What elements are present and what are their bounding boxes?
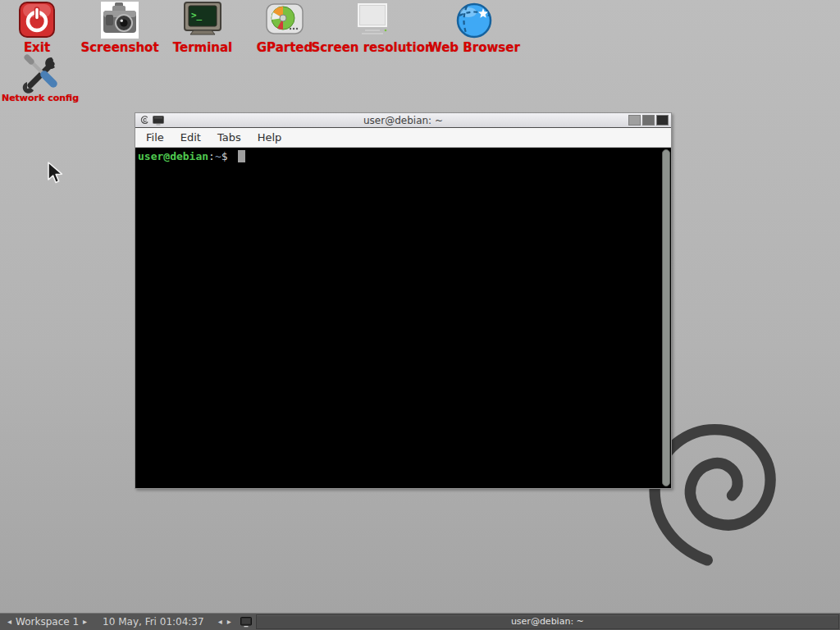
crt-terminal-icon: >_ [183, 2, 222, 39]
maximize-button[interactable] [642, 115, 655, 126]
minimize-button[interactable] [628, 115, 641, 126]
desktop-icon-screen-resolution[interactable]: Screen resolution [316, 2, 429, 55]
task-next-arrow[interactable]: ▸ [225, 614, 234, 630]
text-cursor [238, 150, 245, 162]
shell-prompt: user@debian:~$ [135, 148, 671, 162]
terminal-glyph: >_ [191, 10, 203, 21]
workspace-prev-arrow[interactable]: ◂ [5, 614, 14, 630]
terminal-app-icon [153, 116, 164, 126]
close-button[interactable] [656, 115, 669, 126]
terminal-scrollbar[interactable] [662, 149, 670, 486]
scrollbar-thumb[interactable] [662, 149, 670, 486]
taskbar: ◂ Workspace 1 ▸ 10 May, Fri 01:04:37 ◂ ▸… [0, 613, 840, 630]
workspace-label[interactable]: Workspace 1 [14, 616, 80, 628]
show-desktop-icon[interactable] [240, 617, 252, 628]
desktop-icon-label: GParted [257, 40, 313, 55]
desktop-icon-label: Network config [2, 93, 79, 103]
terminal-content[interactable]: user@debian:~$ [135, 148, 671, 488]
terminal-menubar: File Edit Tabs Help [135, 128, 671, 148]
power-icon [19, 2, 55, 39]
crossed-tools-icon [19, 54, 62, 92]
desktop-icon-screenshot[interactable]: Screenshot [78, 2, 162, 55]
desktop-icon-label: Exit [24, 40, 50, 55]
workspace-next-arrow[interactable]: ▸ [80, 614, 89, 630]
desktop-icon-label: Web Browser [428, 40, 520, 55]
globe-icon [455, 2, 493, 39]
disk-partition-icon [266, 2, 304, 39]
desktop-icon-label: Screenshot [80, 40, 158, 55]
camera-icon [101, 2, 139, 39]
prompt-dollar: $ [221, 150, 235, 162]
task-button-terminal[interactable]: user@debian: ~ [256, 614, 839, 629]
menu-file[interactable]: File [138, 128, 172, 147]
mouse-cursor [47, 162, 65, 185]
task-prev-arrow[interactable]: ◂ [216, 614, 225, 630]
monitor-icon [352, 2, 393, 39]
desktop-icon-network-config[interactable]: Network config [0, 54, 80, 103]
debian-swirl-icon [139, 115, 149, 126]
prompt-path: ~ [215, 150, 221, 162]
desktop-icon-web-browser[interactable]: Web Browser [429, 2, 519, 55]
menu-help[interactable]: Help [249, 128, 290, 147]
desktop-icon-exit[interactable]: Exit [5, 2, 69, 55]
prompt-colon: : [208, 150, 215, 162]
menu-tabs[interactable]: Tabs [209, 128, 249, 147]
prompt-user-host: user@debian [138, 150, 208, 162]
desktop-icon-terminal[interactable]: >_ Terminal [165, 2, 240, 55]
terminal-window: user@debian: ~ File Edit Tabs Help user@… [135, 112, 672, 489]
desktop-icon-label: Screen resolution [311, 40, 433, 55]
window-title: user@debian: ~ [135, 115, 671, 126]
desktop-icon-label: Terminal [173, 40, 233, 55]
clock: 10 May, Fri 01:04:37 [103, 616, 204, 628]
window-titlebar[interactable]: user@debian: ~ [135, 113, 671, 128]
menu-edit[interactable]: Edit [172, 128, 209, 147]
